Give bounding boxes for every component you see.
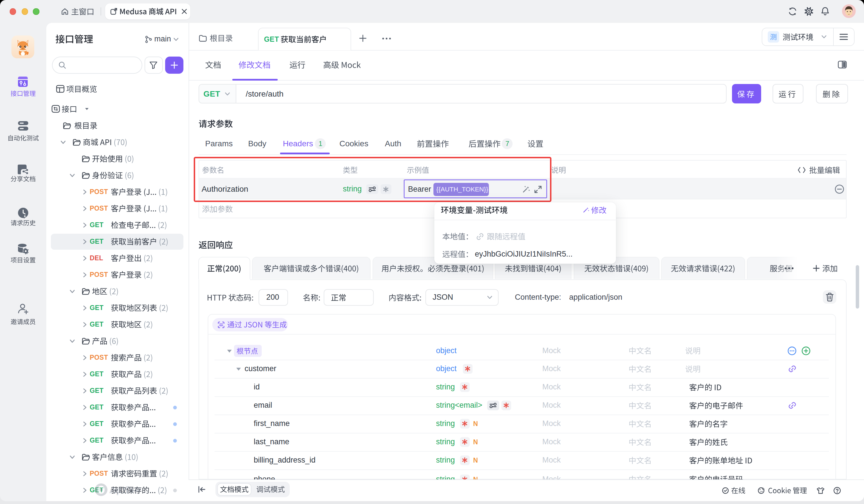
svg-text:Apifox: Apifox	[109, 484, 140, 495]
